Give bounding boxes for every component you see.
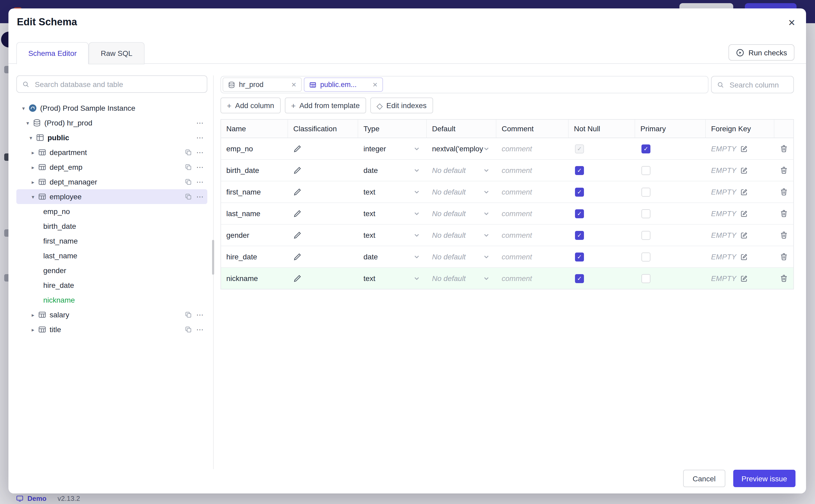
more-menu-icon[interactable]: ⋯ [196, 193, 204, 200]
tree-item[interactable]: ▸ salary ⋯ [16, 307, 207, 322]
classification-edit-icon[interactable] [293, 188, 302, 196]
copy-icon[interactable] [185, 326, 192, 333]
tree-item[interactable]: gender [16, 263, 207, 278]
not-null-checkbox[interactable] [575, 209, 584, 218]
scrollbar-thumb[interactable] [212, 240, 214, 275]
foreign-key-edit-icon[interactable] [740, 210, 748, 217]
add-column-button[interactable]: + Add column [220, 98, 280, 113]
run-checks-button[interactable]: Run checks [729, 44, 794, 61]
column-search[interactable] [711, 76, 794, 93]
more-menu-icon[interactable]: ⋯ [196, 311, 204, 318]
comment-input[interactable]: comment [502, 166, 532, 175]
primary-checkbox[interactable] [642, 274, 650, 283]
default-select[interactable]: No default [427, 268, 497, 289]
tree-item[interactable]: ▾ employee ⋯ [16, 189, 207, 204]
foreign-key-edit-icon[interactable] [740, 253, 748, 261]
more-menu-icon[interactable]: ⋯ [196, 149, 204, 156]
delete-row-icon[interactable] [780, 188, 788, 196]
primary-checkbox[interactable] [642, 187, 650, 196]
comment-input[interactable]: comment [502, 253, 532, 261]
column-name-cell[interactable]: emp_no [221, 138, 288, 159]
copy-icon[interactable] [185, 193, 192, 200]
foreign-key-edit-icon[interactable] [740, 166, 748, 174]
type-select[interactable]: integer [358, 138, 427, 159]
close-icon[interactable]: ✕ [372, 81, 378, 88]
more-menu-icon[interactable]: ⋯ [196, 326, 204, 333]
delete-row-icon[interactable] [780, 144, 788, 153]
column-name-cell[interactable]: hire_date [221, 246, 288, 267]
tree-item[interactable]: ▸ title ⋯ [16, 322, 207, 337]
classification-edit-icon[interactable] [293, 253, 302, 261]
not-null-checkbox[interactable] [575, 144, 584, 153]
comment-input[interactable]: comment [502, 209, 532, 218]
delete-row-icon[interactable] [780, 274, 788, 283]
edit-indexes-button[interactable]: ◇ Edit indexes [370, 98, 433, 113]
foreign-key-edit-icon[interactable] [740, 145, 748, 153]
type-select[interactable]: date [358, 246, 427, 267]
classification-edit-icon[interactable] [293, 144, 302, 153]
tree-item[interactable]: ▸ department ⋯ [16, 145, 207, 160]
copy-icon[interactable] [185, 149, 192, 156]
caret-icon[interactable]: ▸ [30, 179, 36, 185]
column-search-input[interactable] [729, 80, 788, 89]
not-null-checkbox[interactable] [575, 166, 584, 175]
close-icon[interactable]: ✕ [291, 81, 296, 88]
tab-schema-editor[interactable]: Schema Editor [16, 42, 89, 64]
foreign-key-edit-icon[interactable] [740, 188, 748, 196]
foreign-key-edit-icon[interactable] [740, 231, 748, 239]
copy-icon[interactable] [185, 163, 192, 171]
type-select[interactable]: text [358, 225, 427, 246]
delete-row-icon[interactable] [780, 209, 788, 218]
delete-row-icon[interactable] [780, 253, 788, 261]
column-name-cell[interactable]: birth_date [221, 160, 288, 181]
delete-row-icon[interactable] [780, 231, 788, 239]
type-select[interactable]: text [358, 181, 427, 202]
default-select[interactable]: nextval('employ [427, 138, 497, 159]
comment-input[interactable]: comment [502, 274, 532, 283]
copy-icon[interactable] [185, 311, 192, 318]
tree-item[interactable]: ▸ dept_manager ⋯ [16, 175, 207, 189]
tree-item[interactable]: ▸ dept_emp ⋯ [16, 160, 207, 175]
not-null-checkbox[interactable] [575, 252, 584, 261]
database-search-input[interactable] [34, 79, 201, 89]
column-name-cell[interactable]: first_name [221, 181, 288, 202]
caret-icon[interactable]: ▸ [30, 327, 36, 332]
tree-item[interactable]: last_name [16, 248, 207, 263]
caret-icon[interactable]: ▸ [30, 164, 36, 170]
comment-input[interactable]: comment [502, 188, 532, 196]
caret-icon[interactable]: ▸ [30, 149, 36, 155]
primary-checkbox[interactable] [642, 144, 650, 153]
tree-item[interactable]: ▾ public ⋯ [16, 130, 207, 145]
classification-edit-icon[interactable] [293, 231, 302, 239]
not-null-checkbox[interactable] [575, 231, 584, 240]
add-from-template-button[interactable]: + Add from template [284, 98, 366, 113]
comment-input[interactable]: comment [502, 144, 532, 153]
classification-edit-icon[interactable] [293, 274, 302, 283]
tree-item[interactable]: first_name [16, 234, 207, 248]
comment-input[interactable]: comment [502, 231, 532, 239]
column-name-cell[interactable]: gender [221, 225, 288, 246]
more-menu-icon[interactable]: ⋯ [196, 178, 204, 186]
tab-chip-database[interactable]: hr_prod ✕ [223, 77, 302, 92]
tree-item[interactable]: hire_date [16, 278, 207, 293]
tree-item[interactable]: ▾ (Prod) Prod Sample Instance [16, 101, 207, 115]
tree-item[interactable]: ▾ (Prod) hr_prod ⋯ [16, 115, 207, 130]
default-select[interactable]: No default [427, 181, 497, 202]
default-select[interactable]: No default [427, 246, 497, 267]
type-select[interactable]: text [358, 203, 427, 224]
caret-icon[interactable]: ▾ [24, 120, 31, 126]
type-select[interactable]: date [358, 160, 427, 181]
not-null-checkbox[interactable] [575, 187, 584, 196]
more-menu-icon[interactable]: ⋯ [196, 134, 204, 141]
primary-checkbox[interactable] [642, 166, 650, 175]
more-menu-icon[interactable]: ⋯ [196, 163, 204, 171]
primary-checkbox[interactable] [642, 252, 650, 261]
tab-chip-table[interactable]: public.em... ✕ [304, 77, 383, 92]
primary-checkbox[interactable] [642, 209, 650, 218]
default-select[interactable]: No default [427, 203, 497, 224]
classification-edit-icon[interactable] [293, 166, 302, 175]
close-icon[interactable]: ✕ [788, 17, 796, 28]
caret-icon[interactable]: ▾ [27, 135, 34, 140]
tree-item[interactable]: nickname [16, 293, 207, 307]
tree-item[interactable]: emp_no [16, 204, 207, 219]
